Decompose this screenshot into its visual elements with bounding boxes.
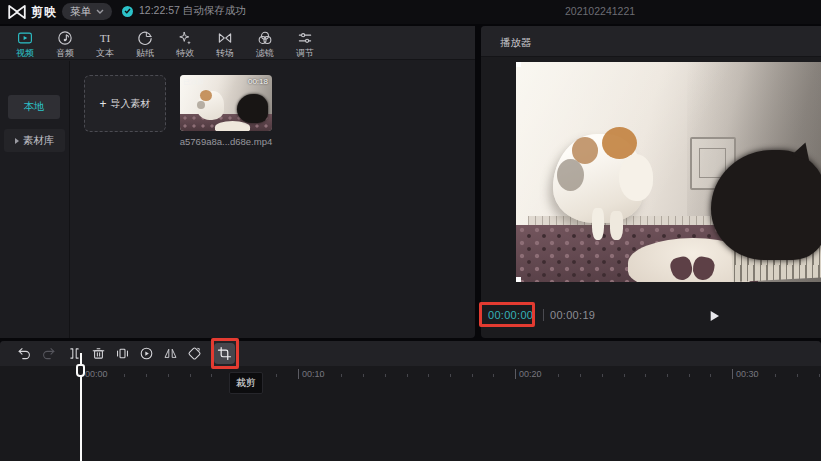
ruler-tick (493, 374, 494, 377)
svg-text:TI: TI (100, 31, 111, 43)
player-title: 播放器 (500, 36, 532, 50)
app-logo-icon (7, 3, 27, 21)
ruler-tick (580, 374, 581, 377)
freeze-frame-button[interactable] (112, 343, 133, 364)
tab-label: 转场 (216, 48, 234, 58)
ruler-tick (667, 374, 668, 377)
video-preview[interactable] (516, 62, 821, 282)
crop-tooltip: 裁剪 (229, 372, 263, 394)
playback-current-time: 00:00:00 (488, 309, 533, 321)
timeline-tracks[interactable] (0, 383, 821, 461)
audio-icon (56, 29, 74, 47)
text-icon: TI (96, 29, 114, 47)
clip-filename: a5769a8a...d68e.mp4 (168, 136, 284, 147)
sticker-icon (136, 29, 154, 47)
clip-duration: 00:18 (248, 77, 268, 86)
ruler-tick (472, 374, 473, 377)
import-material-button[interactable]: + 导入素材 (84, 75, 166, 132)
sidebar-item-local[interactable]: 本地 (8, 95, 60, 119)
tab-label: 特效 (176, 48, 194, 58)
preview-art-black-cat (711, 150, 821, 260)
crop-handle-top-left[interactable] (516, 62, 521, 67)
ruler-tick (190, 374, 191, 377)
player-controls: 00:00:00 00:00:19 (481, 300, 821, 332)
tab-text[interactable]: TI文本 (85, 26, 125, 60)
ruler-label: 00:00 (85, 369, 108, 379)
redo-button[interactable] (38, 343, 59, 364)
timeline-ruler[interactable]: 00:0000:1000:2000:30 (0, 366, 821, 383)
redo-icon (38, 345, 59, 362)
tab-video[interactable]: 视频 (5, 26, 45, 60)
crop-icon (214, 345, 235, 362)
menu-label: 菜单 (70, 5, 91, 19)
ruler-tick (385, 374, 386, 377)
autosave-check-icon (122, 6, 133, 17)
tab-audio[interactable]: 音频 (45, 26, 85, 60)
split-button[interactable] (64, 343, 85, 364)
media-clip-thumbnail[interactable]: 已添加 00:18 (180, 75, 272, 131)
app-name: 剪映 (31, 4, 57, 21)
preview-art-calico-cat (553, 117, 655, 240)
ruler-tick (819, 374, 820, 377)
ruler-tick (428, 374, 429, 377)
ruler-tick (645, 374, 646, 377)
tab-filter[interactable]: 滤镜 (245, 26, 285, 60)
sidebar-item-label: 素材库 (23, 134, 55, 148)
transition-icon (216, 29, 234, 47)
playhead-handle[interactable] (76, 364, 85, 377)
clip-art-white-cat (197, 91, 225, 120)
tab-label: 文本 (96, 48, 114, 58)
split-icon (64, 345, 85, 362)
ruler-tick (450, 374, 451, 377)
ruler-tick (276, 374, 277, 377)
ruler-tick (797, 374, 798, 377)
media-sidebar: 本地 素材库 (0, 61, 70, 338)
sidebar-item-label: 本地 (24, 100, 45, 114)
tab-effects[interactable]: 特效 (165, 26, 205, 60)
ruler-tick (124, 374, 125, 377)
media-tab-bar: 视频音频TI文本贴纸特效转场滤镜调节 (0, 26, 475, 60)
ruler-tick (689, 374, 690, 377)
play-button[interactable] (703, 305, 725, 327)
import-label: 导入素材 (111, 97, 151, 111)
playback-total-time: 00:00:19 (543, 309, 595, 321)
top-bar: 剪映 菜单 12:22:57 自动保存成功 202102241221 (0, 0, 821, 24)
tab-label: 滤镜 (256, 48, 274, 58)
ruler-tick (211, 374, 212, 377)
ruler-tick (341, 374, 342, 377)
player-panel: 播放器 00:00:00 00:00:19 (481, 26, 821, 338)
tab-sticker[interactable]: 贴纸 (125, 26, 165, 60)
reverse-button[interactable] (136, 343, 157, 364)
timeline-panel: 00:0000:1000:2000:30 (0, 341, 821, 461)
clip-art-black-cat (237, 94, 268, 123)
ruler-tick (146, 374, 147, 377)
effects-icon (176, 29, 194, 47)
chevron-down-icon (96, 9, 104, 14)
play-icon (706, 308, 722, 324)
tab-label: 贴纸 (136, 48, 154, 58)
rotate-button[interactable] (184, 343, 205, 364)
tab-transition[interactable]: 转场 (205, 26, 245, 60)
tab-label: 音频 (56, 48, 74, 58)
mirror-button[interactable] (160, 343, 181, 364)
autosave-text: 12:22:57 自动保存成功 (139, 4, 246, 18)
tab-adjust[interactable]: 调节 (285, 26, 325, 60)
menu-button[interactable]: 菜单 (62, 3, 112, 20)
clip-added-badge: 已添加 (183, 77, 204, 87)
undo-button[interactable] (14, 343, 35, 364)
crop-button[interactable] (214, 343, 235, 364)
project-title: 202102241221 (565, 5, 635, 17)
ruler-tick (558, 374, 559, 377)
sidebar-item-library[interactable]: 素材库 (4, 129, 65, 152)
crop-handle-bottom-left[interactable] (516, 277, 521, 282)
adjust-icon (296, 29, 314, 47)
timeline-toolbar (0, 341, 821, 366)
ruler-tick (363, 374, 364, 377)
ruler-tick-major (515, 369, 516, 379)
autosave-status: 12:22:57 自动保存成功 (122, 4, 246, 18)
caret-right-icon (15, 138, 19, 144)
ruler-tick (775, 374, 776, 377)
delete-button[interactable] (88, 343, 109, 364)
ruler-label: 00:30 (736, 369, 759, 379)
mirror-icon (160, 345, 181, 362)
